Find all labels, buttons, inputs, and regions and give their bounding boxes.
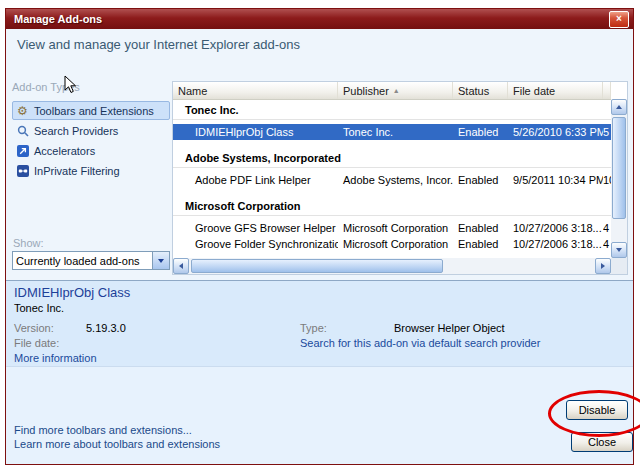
vertical-scroll-track[interactable]: [611, 115, 627, 242]
sidebar-item-label: Search Providers: [34, 125, 118, 137]
search-addon-link[interactable]: Search for this add-on via default searc…: [300, 337, 540, 349]
bottom-bar: Find more toolbars and extensions... Lea…: [6, 366, 633, 464]
addons-list: Name Publisher▲ Status File date Tonec I…: [172, 81, 628, 275]
column-header-label: File date: [513, 85, 555, 97]
show-dropdown[interactable]: Currently loaded add-ons: [12, 251, 170, 270]
addon-name: IDMIEHlprObj Class: [173, 124, 338, 140]
sidebar-section-title: Add-on Types: [12, 81, 170, 93]
sidebar-item-inprivate-filtering[interactable]: InPrivate Filtering: [12, 161, 170, 180]
addon-row[interactable]: Adobe PDF Link Helper Adobe Systems, Inc…: [173, 172, 611, 188]
addon-extra: 4: [603, 236, 611, 252]
find-more-link[interactable]: Find more toolbars and extensions...: [14, 424, 192, 436]
addon-row[interactable]: Groove GFS Browser Helper Microsoft Corp…: [173, 220, 611, 236]
addon-publisher: Adobe Systems, Incor...: [338, 172, 453, 188]
sidebar-item-label: InPrivate Filtering: [34, 165, 120, 177]
horizontal-scrollbar[interactable]: [173, 258, 611, 274]
addon-name: Groove Folder Synchronization: [173, 236, 338, 252]
sidebar-item-toolbars-extensions[interactable]: ⚙ Toolbars and Extensions: [12, 101, 170, 120]
scrollbar-corner: [611, 258, 627, 274]
addon-row[interactable]: Groove Folder Synchronization Microsoft …: [173, 236, 611, 252]
addon-row[interactable]: IDMIEHlprObj Class Tonec Inc. Enabled 5/…: [173, 124, 611, 140]
addon-publisher: Microsoft Corporation: [338, 236, 453, 252]
addon-publisher: Tonec Inc.: [338, 124, 453, 140]
horizontal-scroll-thumb[interactable]: [191, 259, 443, 273]
chevron-down-icon[interactable]: [152, 252, 169, 269]
scroll-down-icon[interactable]: [611, 242, 627, 258]
addon-extra: 10: [603, 172, 611, 188]
addon-file-date: 10/27/2006 3:18...: [508, 220, 603, 236]
column-header-name[interactable]: Name: [173, 82, 338, 99]
type-value: Browser Helper Object: [394, 322, 505, 334]
sidebar: Add-on Types ⚙ Toolbars and Extensions S…: [12, 81, 170, 181]
red-circle-annotation: [548, 390, 640, 437]
addon-status: Enabled: [453, 236, 508, 252]
group-header: Adobe Systems, Incorporated: [173, 147, 611, 168]
version-value: 5.19.3.0: [86, 322, 126, 334]
type-label: Type:: [300, 322, 327, 334]
list-body: Tonec Inc. IDMIEHlprObj Class Tonec Inc.…: [173, 99, 611, 258]
list-header: Name Publisher▲ Status File date: [173, 82, 611, 100]
search-icon: [16, 124, 29, 137]
close-button[interactable]: ×: [609, 11, 629, 28]
addon-name: Adobe PDF Link Helper: [173, 172, 338, 188]
column-header-label: Publisher: [343, 85, 389, 97]
scroll-right-icon[interactable]: [595, 258, 611, 274]
mouse-cursor: [64, 75, 78, 96]
column-header-file-date[interactable]: File date: [508, 82, 603, 99]
addon-extra: 5: [603, 124, 611, 140]
horizontal-scroll-track[interactable]: [189, 258, 595, 274]
manage-addons-window: Manage Add-ons × View and manage your In…: [5, 8, 634, 465]
sidebar-item-label: Toolbars and Extensions: [34, 105, 154, 117]
show-dropdown-value: Currently loaded add-ons: [13, 255, 152, 267]
column-header-publisher[interactable]: Publisher▲: [338, 82, 453, 99]
addon-status: Enabled: [453, 172, 508, 188]
vertical-scrollbar[interactable]: [611, 99, 627, 258]
learn-more-link[interactable]: Learn more about toolbars and extensions: [14, 438, 220, 450]
inprivate-icon: [16, 164, 29, 177]
sort-ascending-icon: ▲: [393, 87, 400, 94]
addon-status: Enabled: [453, 220, 508, 236]
addon-file-date: 10/27/2006 3:18...: [508, 236, 603, 252]
page-title: View and manage your Internet Explorer a…: [17, 37, 300, 52]
addon-extra: 4: [603, 220, 611, 236]
addon-file-date: 9/5/2011 10:34 PM: [508, 172, 603, 188]
addon-publisher: Microsoft Corporation: [338, 220, 453, 236]
file-date-label: File date:: [14, 337, 59, 349]
addon-name: Groove GFS Browser Helper: [173, 220, 338, 236]
vertical-scroll-thumb[interactable]: [612, 117, 626, 219]
show-label: Show:: [13, 237, 44, 249]
group-header: Microsoft Corporation: [173, 195, 611, 216]
column-header-label: Name: [178, 85, 207, 97]
scroll-up-icon[interactable]: [611, 99, 627, 115]
group-header: Tonec Inc.: [173, 99, 611, 120]
titlebar[interactable]: Manage Add-ons ×: [6, 9, 633, 29]
version-label: Version:: [14, 322, 54, 334]
column-header-extra[interactable]: [603, 82, 611, 99]
column-header-status[interactable]: Status: [453, 82, 508, 99]
addon-status: Enabled: [453, 124, 508, 140]
sidebar-item-label: Accelerators: [34, 145, 95, 157]
accelerator-icon: [16, 144, 29, 157]
window-title: Manage Add-ons: [10, 13, 102, 25]
sidebar-item-accelerators[interactable]: Accelerators: [12, 141, 170, 160]
column-header-label: Status: [458, 85, 489, 97]
gear-icon: ⚙: [16, 104, 29, 117]
details-panel: IDMIEHlprObj Class Tonec Inc. Version: 5…: [6, 280, 633, 366]
close-icon: ×: [616, 13, 622, 24]
scroll-left-icon[interactable]: [173, 258, 189, 274]
selected-addon-publisher: Tonec Inc.: [14, 302, 64, 314]
addon-file-date: 5/26/2010 6:33 PM: [508, 124, 603, 140]
sidebar-item-search-providers[interactable]: Search Providers: [12, 121, 170, 140]
selected-addon-name: IDMIEHlprObj Class: [14, 285, 130, 300]
more-information-link[interactable]: More information: [14, 352, 97, 364]
